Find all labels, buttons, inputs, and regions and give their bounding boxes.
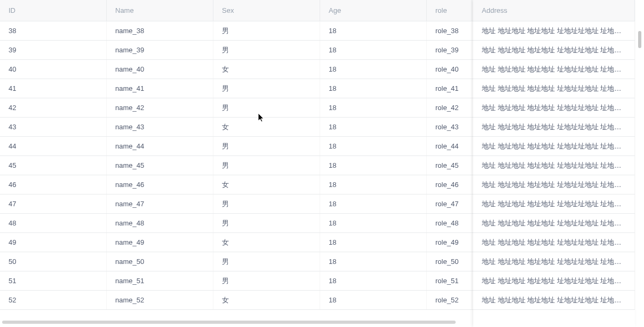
table-row[interactable]: 地址 地址地址 地址地址 址地址址地址 址地址 址…	[473, 156, 635, 175]
cell-name: name_39	[107, 41, 213, 59]
cell-name: name_43	[107, 118, 213, 136]
cell-address: 地址 地址地址 地址地址 址地址址地址 址地址 址…	[473, 79, 635, 98]
cell-id: 51	[0, 271, 107, 290]
cell-name: name_38	[107, 21, 213, 40]
cell-age: 18	[320, 175, 427, 194]
cell-name: name_52	[107, 291, 213, 309]
cell-role: role_49	[427, 233, 472, 252]
cell-id: 42	[0, 98, 107, 117]
cell-role: role_47	[427, 194, 472, 213]
vertical-scrollbar[interactable]	[638, 21, 642, 314]
cell-age: 18	[320, 79, 427, 98]
cell-age: 18	[320, 118, 427, 136]
table-row[interactable]: 地址 地址地址 地址地址 址地址址地址 址地址 址…	[473, 271, 635, 291]
cell-age: 18	[320, 137, 427, 155]
table-row[interactable]: 地址 地址地址 地址地址 址地址址地址 址地址 址…	[473, 175, 635, 194]
cell-id: 46	[0, 175, 107, 194]
table-row[interactable]: 地址 地址地址 地址地址 址地址址地址 址地址 址…	[473, 291, 635, 310]
cell-name: name_40	[107, 60, 213, 79]
cell-sex: 男	[213, 41, 320, 59]
cell-sex: 男	[213, 252, 320, 271]
cell-address: 地址 地址地址 地址地址 址地址址地址 址地址 址…	[473, 118, 635, 136]
cell-name: name_42	[107, 98, 213, 117]
cell-sex: 男	[213, 156, 320, 175]
table-row[interactable]: 地址 地址地址 地址地址 址地址址地址 址地址 址…	[473, 137, 635, 156]
cell-address: 地址 地址地址 地址地址 址地址址地址 址地址 址…	[473, 41, 635, 59]
table-row[interactable]: 地址 地址地址 地址地址 址地址址地址 址地址 址…	[473, 252, 635, 271]
cell-role: role_45	[427, 156, 472, 175]
cell-age: 18	[320, 291, 427, 309]
column-header-address-fixed[interactable]: Address	[473, 0, 635, 21]
table-row[interactable]: 地址 地址地址 地址地址 址地址址地址 址地址 址…	[473, 98, 635, 118]
cell-age: 18	[320, 233, 427, 252]
cell-address: 地址 地址地址 地址地址 址地址址地址 址地址 址…	[473, 214, 635, 232]
cell-id: 47	[0, 194, 107, 213]
cell-sex: 男	[213, 194, 320, 213]
column-header-age[interactable]: Age	[320, 0, 427, 21]
cell-sex: 男	[213, 79, 320, 98]
cell-id: 38	[0, 21, 107, 40]
cell-address: 地址 地址地址 地址地址 址地址址地址 址地址 址…	[473, 194, 635, 213]
table-row[interactable]: 地址 地址地址 地址地址 址地址址地址 址地址 址…	[473, 21, 635, 41]
column-header-sex[interactable]: Sex	[213, 0, 320, 21]
cell-age: 18	[320, 98, 427, 117]
cell-name: name_51	[107, 271, 213, 290]
cell-name: name_45	[107, 156, 213, 175]
cell-name: name_44	[107, 137, 213, 155]
cell-role: role_43	[427, 118, 472, 136]
cell-age: 18	[320, 41, 427, 59]
cell-role: role_48	[427, 214, 472, 232]
cell-address: 地址 地址地址 地址地址 址地址址地址 址地址 址…	[473, 291, 635, 309]
cell-address: 地址 地址地址 地址地址 址地址址地址 址地址 址…	[473, 156, 635, 175]
table-row[interactable]: 地址 地址地址 地址地址 址地址址地址 址地址 址…	[473, 194, 635, 214]
fixed-right-column: Address 地址 地址地址 地址地址 址地址址地址 址地址 址…地址 地址地…	[473, 0, 635, 316]
table-row[interactable]: 地址 地址地址 地址地址 址地址址地址 址地址 址…	[473, 214, 635, 233]
cell-id: 49	[0, 233, 107, 252]
cell-sex: 男	[213, 137, 320, 155]
cell-address: 地址 地址地址 地址地址 址地址址地址 址地址 址…	[473, 137, 635, 155]
cell-name: name_41	[107, 79, 213, 98]
cell-address: 地址 地址地址 地址地址 址地址址地址 址地址 址…	[473, 233, 635, 252]
cell-name: name_46	[107, 175, 213, 194]
cell-address: 地址 地址地址 地址地址 址地址址地址 址地址 址…	[473, 60, 635, 79]
cell-id: 40	[0, 60, 107, 79]
cell-sex: 女	[213, 233, 320, 252]
cell-sex: 男	[213, 271, 320, 290]
cell-sex: 男	[213, 21, 320, 40]
cell-name: name_49	[107, 233, 213, 252]
table-row[interactable]: 地址 地址地址 地址地址 址地址址地址 址地址 址…	[473, 60, 635, 79]
cell-id: 50	[0, 252, 107, 271]
cell-role: role_44	[427, 137, 472, 155]
table-row[interactable]: 地址 地址地址 地址地址 址地址址地址 址地址 址…	[473, 79, 635, 98]
cell-age: 18	[320, 271, 427, 290]
cell-age: 18	[320, 60, 427, 79]
cell-name: name_50	[107, 252, 213, 271]
table-row[interactable]: 地址 地址地址 地址地址 址地址址地址 址地址 址…	[473, 41, 635, 60]
vertical-scrollbar-thumb[interactable]	[638, 31, 641, 48]
cell-age: 18	[320, 156, 427, 175]
cell-role: role_38	[427, 21, 472, 40]
horizontal-scrollbar-thumb[interactable]	[2, 321, 456, 324]
cell-sex: 女	[213, 60, 320, 79]
cell-sex: 女	[213, 175, 320, 194]
horizontal-scrollbar[interactable]	[2, 321, 632, 325]
table-row[interactable]: 地址 地址地址 地址地址 址地址址地址 址地址 址…	[473, 233, 635, 252]
cell-name: name_48	[107, 214, 213, 232]
column-header-id[interactable]: ID	[0, 0, 107, 21]
cell-address: 地址 地址地址 地址地址 址地址址地址 址地址 址…	[473, 252, 635, 271]
cell-age: 18	[320, 194, 427, 213]
cell-sex: 男	[213, 98, 320, 117]
column-header-name[interactable]: Name	[107, 0, 213, 21]
table-row[interactable]: 地址 地址地址 地址地址 址地址址地址 址地址 址…	[473, 118, 635, 137]
column-header-role[interactable]: role	[427, 0, 472, 21]
cell-address: 地址 地址地址 地址地址 址地址址地址 址地址 址…	[473, 98, 635, 117]
cell-age: 18	[320, 252, 427, 271]
cell-role: role_40	[427, 60, 472, 79]
cell-id: 41	[0, 79, 107, 98]
cell-role: role_50	[427, 252, 472, 271]
cell-role: role_41	[427, 79, 472, 98]
cell-sex: 男	[213, 214, 320, 232]
data-table: ID Name Sex Age role Address 38name_38男1…	[0, 0, 644, 327]
cell-id: 52	[0, 291, 107, 309]
cell-address: 地址 地址地址 地址地址 址地址址地址 址地址 址…	[473, 271, 635, 290]
